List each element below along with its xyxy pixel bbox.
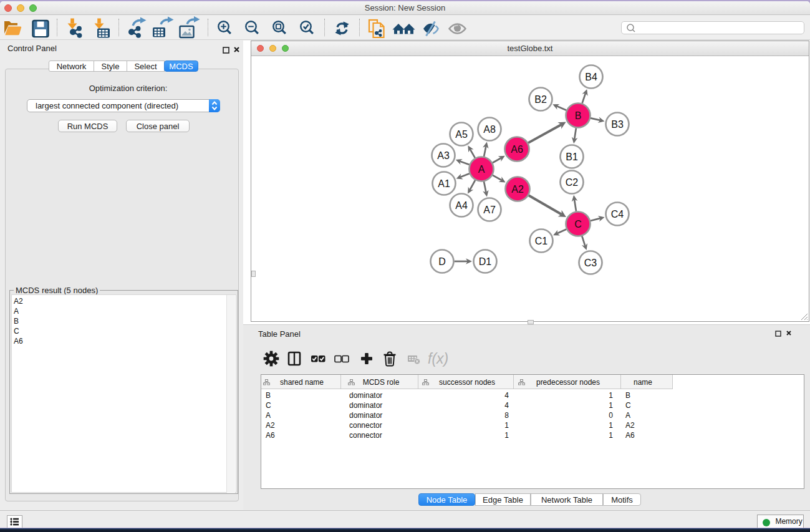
- svg-text:B2: B2: [534, 94, 547, 105]
- svg-text:B1: B1: [566, 152, 578, 162]
- svg-text:A2: A2: [511, 184, 524, 195]
- svg-text:A3: A3: [437, 150, 450, 161]
- svg-text:A8: A8: [483, 124, 496, 135]
- svg-text:A: A: [478, 164, 485, 175]
- svg-text:D: D: [438, 256, 446, 267]
- svg-text:A4: A4: [455, 200, 468, 211]
- svg-text:C3: C3: [584, 258, 597, 268]
- svg-text:A5: A5: [455, 129, 468, 140]
- svg-text:B: B: [575, 110, 582, 121]
- svg-text:C1: C1: [535, 236, 548, 246]
- svg-text:A7: A7: [483, 205, 496, 215]
- svg-text:A1: A1: [438, 178, 450, 189]
- svg-text:D1: D1: [479, 256, 492, 267]
- svg-text:C2: C2: [566, 177, 579, 188]
- svg-text:B4: B4: [585, 72, 597, 82]
- svg-text:C: C: [574, 219, 582, 230]
- svg-text:f(x): f(x): [428, 351, 448, 367]
- svg-text:C4: C4: [611, 209, 624, 220]
- svg-text:B3: B3: [611, 119, 624, 130]
- svg-text:A6: A6: [511, 144, 523, 155]
